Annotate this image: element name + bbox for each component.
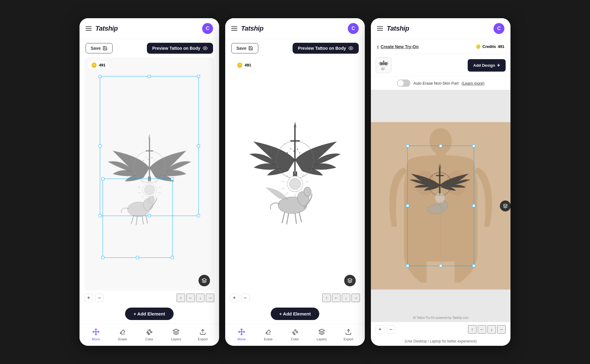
arrow-left-button[interactable]: ← (186, 294, 195, 302)
zoom-out-button-3[interactable]: − (387, 325, 395, 334)
arrow-up-button-3[interactable]: ↑ (468, 325, 476, 334)
screen1: Tatship C Save Preview Tattoo on Body 🪙 (80, 18, 219, 346)
screens-container: Tatship C Save Preview Tattoo on Body 🪙 (0, 0, 590, 364)
nav-move[interactable]: Move (87, 328, 105, 341)
move-label: Move (92, 337, 100, 341)
layers-nav-icon-2 (317, 328, 326, 336)
arrow-up-button[interactable]: ↑ (177, 294, 185, 302)
screen3: Tatship C ‹ Create New Try-On 🪙 Credits … (371, 18, 510, 346)
auto-erase-label: Auto Erase Non-Skin Part (413, 81, 459, 86)
menu-icon-3[interactable] (377, 26, 383, 31)
add-element-button-2[interactable]: + Add Element (271, 308, 319, 320)
avatar-3[interactable]: C (493, 23, 504, 34)
zoom-controls-2: + − (230, 294, 249, 302)
arrow-right-button-2[interactable]: → (351, 294, 360, 302)
nav-layers[interactable]: Layers (167, 328, 185, 341)
add-design-button[interactable]: Add Design + (468, 59, 506, 72)
arrow-left-button-3[interactable]: ← (478, 325, 486, 334)
save-button-2[interactable]: Save (231, 43, 258, 53)
header-screen2: Tatship C (225, 18, 365, 39)
arrow-up-button-2[interactable]: ↑ (322, 294, 331, 302)
nav-erase-2[interactable]: Erase (259, 328, 277, 341)
arrow-down-button-3[interactable]: ↓ (487, 325, 496, 334)
avatar-2[interactable]: C (348, 23, 359, 34)
layers-panel-button-2[interactable] (344, 275, 356, 286)
svg-point-63 (289, 178, 301, 190)
canvas-controls-screen1: + − ↑ ← ↓ → (80, 291, 219, 305)
svg-line-72 (306, 181, 308, 182)
zoom-out-button[interactable]: − (95, 294, 104, 302)
svg-line-55 (297, 149, 300, 153)
auto-erase-toggle[interactable] (397, 79, 410, 87)
preview-button[interactable]: Preview Tattoo on Body (147, 43, 213, 54)
layers-icon (202, 278, 207, 283)
svg-line-66 (281, 181, 284, 182)
canvas-controls-screen2: + − ↑ ← ↓ → (225, 291, 365, 305)
credits-badge-2: 🪙 491 (234, 61, 254, 69)
svg-line-67 (281, 188, 284, 189)
nav-export[interactable]: Export (194, 328, 212, 341)
nav-export-2[interactable]: Export (339, 328, 358, 341)
menu-icon[interactable] (86, 26, 92, 31)
canvas-area-screen2[interactable]: 🪙 491 (230, 57, 360, 291)
canvas-area-screen1[interactable]: 🪙 491 (84, 57, 214, 291)
screen3-wrapper: Tatship C ‹ Create New Try-On 🪙 Credits … (368, 12, 514, 352)
logo-text-2: Tatship (241, 25, 263, 32)
layers-label: Layers (171, 337, 181, 341)
svg-point-81 (293, 332, 294, 333)
toolbar-screen2: Save Preview Tattoo on Body (225, 39, 365, 57)
nav-move-2[interactable]: Move (232, 328, 251, 341)
svg-line-20 (142, 216, 143, 224)
auto-erase-row: Auto Erase Non-Skin Part (Learn more) (371, 76, 510, 90)
nav-color-2[interactable]: Color (286, 328, 304, 341)
svg-line-8 (143, 157, 146, 160)
plus-icon: + (497, 62, 500, 69)
layers-icon-2 (347, 278, 353, 283)
layers-nav-icon (172, 328, 180, 336)
save-button[interactable]: Save (86, 43, 113, 53)
svg-line-31 (158, 192, 161, 193)
credits-display: 🪙 Credits 491 (476, 44, 505, 49)
screen1-wrapper: Tatship C Save Preview Tattoo on Body 🪙 (76, 12, 222, 352)
tattoo-artwork-screen2 (243, 75, 347, 273)
arrow-down-button-2[interactable]: ↓ (342, 294, 350, 302)
nav-erase[interactable]: Erase (114, 328, 132, 341)
zoom-in-button[interactable]: + (84, 294, 93, 302)
body-layers-button[interactable] (500, 201, 510, 211)
tattoo-svg-screen1 (101, 81, 198, 267)
arrow-controls-3: ↑ ← ↓ → (468, 325, 506, 334)
avatar[interactable]: C (202, 23, 213, 34)
bottom-nav-screen2: Move Erase Color (225, 324, 365, 346)
svg-rect-57 (290, 140, 300, 141)
screen2: Tatship C Save Preview Tattoo on Body 🪙 (225, 18, 365, 346)
svg-rect-56 (294, 127, 295, 173)
tryon-nav-row: ‹ Create New Try-On 🪙 Credits 491 (371, 39, 510, 54)
zoom-in-button-2[interactable]: + (230, 294, 239, 302)
layers-panel-button[interactable] (198, 275, 210, 286)
arrow-right-button[interactable]: → (206, 294, 214, 302)
preview-button-2[interactable]: Preview Tattoo on Body (293, 43, 359, 54)
svg-point-100 (435, 193, 445, 203)
svg-line-21 (146, 215, 148, 223)
svg-point-90 (429, 128, 452, 154)
screen3-controls: + − ↑ ← ↓ → (371, 322, 510, 337)
arrow-left-button-2[interactable]: ← (332, 294, 341, 302)
nav-color[interactable]: Color (140, 328, 158, 341)
arrow-right-button-3[interactable]: → (497, 325, 506, 334)
erase-icon (118, 328, 127, 336)
svg-line-18 (131, 215, 134, 224)
back-button[interactable]: ‹ Create New Try-On (377, 43, 419, 50)
zoom-out-button-2[interactable]: − (241, 294, 249, 302)
toolbar-screen1: Save Preview Tattoo on Body (80, 39, 219, 57)
logo-text-3: Tatship (387, 25, 409, 32)
body-canvas[interactable]: AI Tattoo Try-On powered by Tatship.com (371, 90, 510, 322)
arrow-down-button[interactable]: ↓ (196, 294, 205, 302)
move-label-2: Move (238, 337, 246, 341)
menu-icon-2[interactable] (231, 26, 237, 31)
learn-more-link[interactable]: (Learn more) (462, 81, 484, 86)
zoom-in-button-3[interactable]: + (376, 325, 384, 334)
logo-text: Tatship (95, 25, 118, 32)
add-element-button[interactable]: + Add Element (125, 308, 174, 320)
nav-layers-2[interactable]: Layers (313, 328, 331, 341)
coin-icon-3: 🪙 (476, 44, 481, 49)
